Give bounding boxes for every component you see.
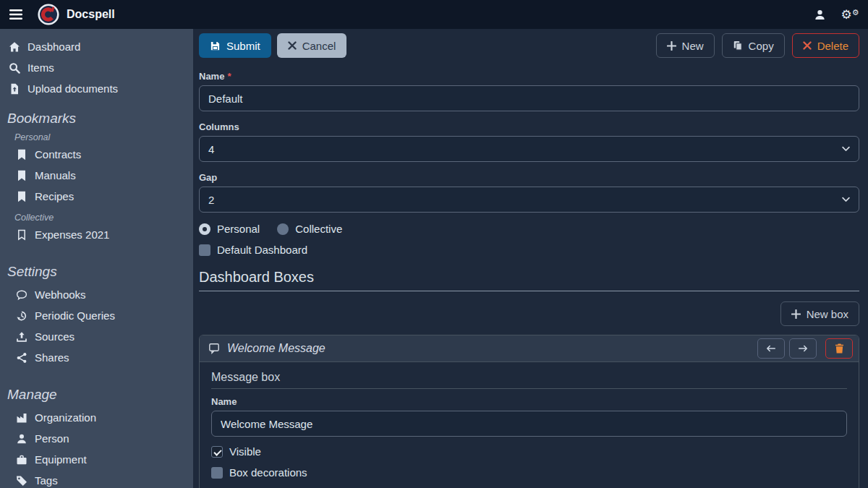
sidebar-section-manage: Manage (7, 387, 187, 403)
history-icon (16, 310, 27, 322)
sidebar-section-bookmarks: Bookmarks (7, 111, 187, 127)
cancel-button[interactable]: Cancel (277, 33, 347, 58)
sidebar-item-label: Person (35, 432, 69, 445)
plus-icon (791, 309, 801, 319)
account-menu-button[interactable] (804, 9, 835, 21)
sidebar-item-label: Sources (35, 330, 75, 343)
sidebar: Dasbhoard Items Upload documents Bookmar… (0, 29, 193, 488)
trash-icon (835, 343, 844, 354)
home-icon (9, 41, 20, 53)
top-bar: Docspell ⚙⚙ (0, 0, 868, 29)
x-icon (803, 41, 812, 50)
sidebar-item-shares[interactable]: Shares (13, 347, 187, 368)
file-upload-icon (9, 83, 20, 95)
sidebar-item-label: Tags (35, 474, 58, 487)
radio-collective[interactable]: Collective (277, 223, 342, 235)
sidebar-item-dashboard[interactable]: Dasbhoard (6, 36, 187, 57)
gap-label: Gap (199, 172, 859, 183)
main-content: Submit Cancel New (193, 29, 868, 488)
submit-button[interactable]: Submit (199, 33, 271, 58)
bookmark-icon (16, 170, 27, 181)
bookmark-icon (16, 149, 27, 160)
plus-icon (667, 41, 676, 51)
menu-toggle-button[interactable] (0, 9, 32, 20)
dashboard-box-welcome-message: Welcome Message (199, 335, 859, 488)
sidebar-item-periodic-queries[interactable]: Periodic Queries (13, 305, 187, 326)
share-icon (16, 352, 27, 364)
sidebar-item-label: Webhooks (35, 288, 86, 301)
docspell-logo (38, 4, 59, 25)
arrow-left-icon (766, 344, 776, 353)
default-dashboard-checkbox[interactable]: Default Dashboard (199, 244, 859, 256)
sidebar-item-items[interactable]: Items (6, 57, 187, 78)
sidebar-item-bookmark-manuals[interactable]: Manuals (13, 165, 187, 186)
box-name-input[interactable] (211, 411, 847, 437)
equipment-icon (16, 454, 27, 466)
message-icon (208, 343, 220, 354)
settings-menu-button[interactable]: ⚙⚙ (835, 9, 865, 21)
sidebar-item-label: Contracts (35, 148, 81, 160)
delete-box-button[interactable] (825, 338, 853, 359)
new-box-button[interactable]: New box (780, 301, 859, 326)
default-dashboard-checkbox-control[interactable] (199, 244, 210, 256)
columns-select[interactable]: 4 (199, 136, 859, 162)
box-name-label: Name (211, 396, 847, 407)
sidebar-item-label: Equipment (35, 453, 87, 466)
docspell-app: Docspell ⚙⚙ Dasbhoard Items (0, 0, 868, 488)
comment-icon (16, 289, 27, 301)
move-box-right-button[interactable] (789, 338, 817, 359)
bookmark-icon (16, 191, 27, 202)
app-title: Docspell (67, 8, 115, 21)
sidebar-item-label: Expenses 2021 (35, 228, 109, 241)
gap-select[interactable]: 2 (199, 187, 859, 213)
arrow-right-icon (798, 344, 808, 353)
chevron-down-icon (842, 147, 850, 152)
sidebar-item-webhooks[interactable]: Webhooks (13, 284, 187, 305)
radio-personal-control[interactable] (199, 223, 210, 235)
box-title: Welcome Message (208, 342, 326, 355)
sidebar-item-bookmark-contracts[interactable]: Contracts (13, 144, 187, 165)
user-icon (814, 9, 826, 21)
gears-icon: ⚙⚙ (841, 9, 859, 21)
box-body: Message box Name Visible Box decorations… (200, 362, 859, 488)
radio-personal[interactable]: Personal (199, 223, 260, 235)
app-brand[interactable]: Docspell (38, 4, 115, 25)
form-toolbar: Submit Cancel New (199, 33, 859, 58)
required-asterisk: * (227, 71, 231, 82)
sidebar-item-upload-documents[interactable]: Upload documents (6, 78, 187, 99)
box-decorations-checkbox-control[interactable] (211, 467, 223, 479)
save-icon (210, 40, 221, 51)
box-decorations-checkbox[interactable]: Box decorations (211, 466, 847, 479)
hamburger-icon (9, 9, 22, 20)
person-icon (16, 433, 27, 445)
copy-button[interactable]: Copy (722, 33, 785, 58)
x-icon (288, 41, 297, 50)
box-kind-label: Message box (211, 365, 847, 389)
name-input[interactable] (199, 85, 859, 111)
sidebar-item-bookmark-expenses-2021[interactable]: Expenses 2021 (13, 224, 187, 245)
dashboard-boxes-heading: Dashboard Boxes (199, 269, 859, 291)
visible-checkbox[interactable]: Visible (211, 445, 847, 458)
columns-label: Columns (199, 121, 859, 132)
sidebar-item-tags[interactable]: Tags (13, 470, 187, 488)
sidebar-item-label: Organization (35, 411, 96, 424)
radio-collective-control[interactable] (277, 223, 289, 235)
sidebar-item-organization[interactable]: Organization (13, 407, 187, 428)
chevron-down-icon (842, 197, 850, 202)
new-button[interactable]: New (656, 33, 715, 58)
delete-button[interactable]: Delete (792, 33, 859, 58)
sidebar-item-label: Recipes (35, 190, 74, 202)
sidebar-section-settings: Settings (7, 264, 187, 280)
search-icon (9, 62, 20, 74)
upload-icon (16, 331, 27, 343)
sidebar-item-equipment[interactable]: Equipment (13, 449, 187, 470)
sidebar-item-person[interactable]: Person (13, 428, 187, 449)
sidebar-item-bookmark-recipes[interactable]: Recipes (13, 186, 187, 207)
name-label: Name* (199, 71, 859, 82)
sidebar-item-label: Periodic Queries (35, 309, 115, 322)
sidebar-item-sources[interactable]: Sources (13, 326, 187, 347)
sidebar-item-label: Shares (35, 351, 69, 364)
move-box-left-button[interactable] (757, 338, 785, 359)
visible-checkbox-control[interactable] (211, 446, 223, 458)
bookmark-outline-icon (16, 229, 27, 241)
